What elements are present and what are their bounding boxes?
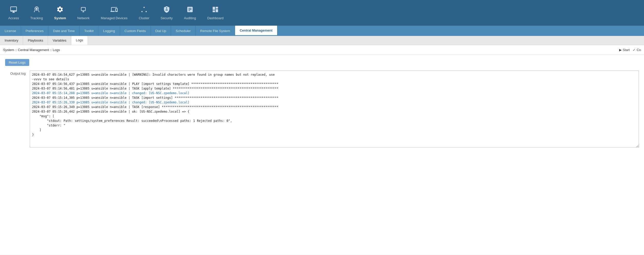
log-line: "stderr: " xyxy=(32,123,637,128)
reset-logs-button[interactable]: Reset Logs xyxy=(5,59,29,66)
nav-network[interactable]: Network xyxy=(72,3,95,23)
nav-dashboard[interactable]: Dashboard xyxy=(202,3,229,23)
tab-license[interactable]: License xyxy=(0,26,21,36)
devices-icon xyxy=(110,6,118,15)
confirm-button[interactable]: ✓ Co xyxy=(633,48,641,52)
nav-cluster[interactable]: Cluster xyxy=(133,3,155,23)
top-nav: Access Tracking System Network Managed D… xyxy=(0,0,644,26)
log-line: 2024-03-07 05:15:26,330 p=13085 u=ansibl… xyxy=(32,100,637,105)
nav-system-label: System xyxy=(54,16,66,20)
tab-logging[interactable]: Logging xyxy=(98,26,120,36)
nav-dashboard-label: Dashboard xyxy=(207,16,224,20)
sub-tab-logs[interactable]: Logs xyxy=(71,36,88,45)
sub-tab-inventory[interactable]: Inventory xyxy=(0,36,23,45)
nav-auditing-label: Auditing xyxy=(184,16,196,20)
security-icon xyxy=(163,6,170,15)
tab-remote-file-system[interactable]: Remote File System xyxy=(196,26,235,36)
log-line: 2024-03-07 05:14:56,481 p=13085 u=ansibl… xyxy=(32,86,637,91)
nav-security[interactable]: Security xyxy=(155,3,178,23)
svg-point-1 xyxy=(141,11,143,12)
svg-point-2 xyxy=(146,11,147,12)
svg-point-0 xyxy=(144,7,145,8)
nav-auditing[interactable]: Auditing xyxy=(178,3,202,23)
sub-tab-playbooks[interactable]: Playbooks xyxy=(23,36,48,45)
monitor-icon xyxy=(10,6,17,15)
dashboard-icon xyxy=(212,6,219,15)
nav-tracking[interactable]: Tracking xyxy=(25,3,48,23)
tab-dial-up[interactable]: Dial Up xyxy=(151,26,171,36)
log-area: Output log 2024-03-07 05:14:54,627 p=130… xyxy=(5,71,639,148)
breadcrumb-actions: ▶ Start ✓ Co xyxy=(619,48,641,52)
cluster-icon xyxy=(140,6,148,15)
play-icon: ▶ xyxy=(619,48,622,52)
tab-scheduler[interactable]: Scheduler xyxy=(171,26,196,36)
system-icon xyxy=(56,6,64,15)
log-label: Output log xyxy=(5,71,26,75)
log-line: 2024-03-07 05:15:14,305 p=13085 u=ansibl… xyxy=(32,95,637,100)
network-icon xyxy=(80,6,87,15)
nav-access-label: Access xyxy=(8,16,19,20)
content-area: Reset Logs Output log 2024-03-07 05:14:5… xyxy=(0,55,644,255)
nav-access[interactable]: Access xyxy=(3,3,25,23)
tab-preferences[interactable]: Preferences xyxy=(21,26,48,36)
log-line: "msg": [ xyxy=(32,114,637,119)
log-line: ] xyxy=(32,128,637,132)
tab-bar: License Preferences Date and Time Toolki… xyxy=(0,26,644,36)
log-line: 2024-03-07 05:15:14,288 p=13085 u=ansibl… xyxy=(32,91,637,95)
tab-custom-fields[interactable]: Custom Fields xyxy=(120,26,151,36)
nav-managed-devices[interactable]: Managed Devices xyxy=(95,3,133,23)
log-line: 2024-03-07 05:15:26,442 p=13085 u=ansibl… xyxy=(32,109,637,114)
nav-managed-devices-label: Managed Devices xyxy=(101,16,127,20)
log-line: 2024-03-07 05:14:54,627 p=13085 u=ansibl… xyxy=(32,72,637,77)
sub-tab-bar: Inventory Playbooks Variables Logs xyxy=(0,36,644,45)
tracking-icon xyxy=(33,6,40,15)
nav-tracking-label: Tracking xyxy=(30,16,43,20)
log-line: -vvvv to see details xyxy=(32,77,637,82)
nav-security-label: Security xyxy=(160,16,173,20)
nav-network-label: Network xyxy=(77,16,90,20)
breadcrumb: System :: Central Management :: Logs xyxy=(3,48,60,52)
auditing-icon xyxy=(186,6,194,15)
log-line: 2024-03-07 05:14:56,437 p=13085 u=ansibl… xyxy=(32,82,637,86)
log-line: 2024-03-07 05:15:26,349 p=13085 u=ansibl… xyxy=(32,105,637,109)
tab-toolkit[interactable]: Toolkit xyxy=(79,26,98,36)
tab-date-time[interactable]: Date and Time xyxy=(48,26,80,36)
log-line: "stdout: Path: settings/system_preferenc… xyxy=(32,119,637,123)
nav-system[interactable]: System xyxy=(48,3,72,23)
breadcrumb-bar: System :: Central Management :: Logs ▶ S… xyxy=(0,45,644,55)
log-output[interactable]: 2024-03-07 05:14:54,627 p=13085 u=ansibl… xyxy=(30,71,639,148)
tab-central-management[interactable]: Central Management xyxy=(235,26,277,36)
start-button[interactable]: ▶ Start xyxy=(619,48,630,52)
nav-cluster-label: Cluster xyxy=(139,16,149,20)
log-line: } xyxy=(32,132,637,137)
check-icon: ✓ xyxy=(633,48,636,52)
sub-tab-variables[interactable]: Variables xyxy=(48,36,71,45)
